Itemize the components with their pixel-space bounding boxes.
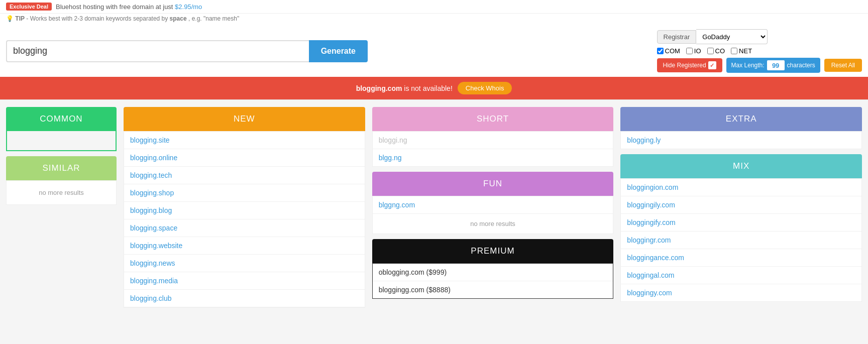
tip-example: , e.g. "name mesh" <box>188 15 239 22</box>
search-row: Generate Registrar GoDaddy Namecheap Nam… <box>0 25 868 77</box>
top-bar: Exclusive Deal Bluehost hosting with fre… <box>0 0 868 14</box>
similar-section: SIMILAR no more results <box>6 156 117 205</box>
list-item[interactable]: blogging.site <box>124 132 365 149</box>
main-content: COMMON SIMILAR no more results NEW blogg… <box>0 100 868 315</box>
list-item[interactable]: blogging.website <box>124 237 365 255</box>
new-list: blogging.site blogging.online blogging.t… <box>124 131 365 308</box>
list-item[interactable]: blogging.space <box>124 219 365 237</box>
list-item[interactable]: blogging.news <box>124 255 365 272</box>
mix-header: MIX <box>620 154 862 178</box>
unavailable-message: is not available! <box>404 84 453 92</box>
fun-no-results: no more results <box>373 214 613 234</box>
registrar-label: Registrar <box>657 30 697 44</box>
unavailable-domain: blogging.com <box>356 84 402 92</box>
page-wrapper: Exclusive Deal Bluehost hosting with fre… <box>0 0 868 315</box>
search-wrapper: Generate <box>6 40 368 62</box>
generate-button[interactable]: Generate <box>309 40 368 62</box>
list-item[interactable]: blogging.club <box>124 290 365 307</box>
fun-header: FUN <box>372 172 614 196</box>
list-item[interactable]: bloggingify.com <box>621 214 861 232</box>
tip-bar: 💡 TIP - Works best with 2-3 domain keywo… <box>0 14 868 25</box>
fun-list: blggng.com no more results <box>372 196 614 234</box>
short-list: bloggi.ng blgg.ng <box>372 131 614 167</box>
max-length-area: Max Length: characters <box>726 58 820 73</box>
premium-list: oblogging.com ($999) bloggingg.com ($888… <box>372 263 614 299</box>
registrar-select[interactable]: GoDaddy Namecheap Name.com Network Solut… <box>696 29 768 44</box>
extra-header: EXTRA <box>620 107 862 131</box>
list-item[interactable]: blggng.com <box>373 196 613 214</box>
tip-text: - Works best with 2-3 domain keywords se… <box>26 15 169 22</box>
common-header: COMMON <box>6 107 117 131</box>
list-item[interactable]: bloggingy.com <box>621 284 861 301</box>
list-item[interactable]: bloggingily.com <box>621 196 861 214</box>
list-item[interactable]: blogging.tech <box>124 167 365 184</box>
tip-icon: 💡 <box>6 15 14 22</box>
new-header: NEW <box>124 107 365 131</box>
premium-header: PREMIUM <box>372 239 614 263</box>
not-available-bar: blogging.com is not available! Check Who… <box>0 77 868 99</box>
list-item[interactable]: blgg.ng <box>373 149 613 166</box>
tip-space: space <box>170 15 187 22</box>
checkmark-icon: ✓ <box>708 61 716 69</box>
list-item[interactable]: bloggingr.com <box>621 232 861 249</box>
tip-label: TIP <box>15 15 25 22</box>
mix-list: bloggingion.com bloggingily.com blogging… <box>620 178 862 302</box>
similar-no-results: no more results <box>6 180 117 205</box>
tld-com-checkbox[interactable]: COM <box>657 47 680 55</box>
short-fun-column: SHORT bloggi.ng blgg.ng FUN blggng.com n… <box>372 107 614 299</box>
extra-section: EXTRA blogging.ly <box>620 107 862 149</box>
premium-section: PREMIUM oblogging.com ($999) bloggingg.c… <box>372 239 614 299</box>
short-section: SHORT bloggi.ng blgg.ng <box>372 107 614 167</box>
new-column: NEW blogging.site blogging.online bloggi… <box>124 107 365 308</box>
fun-section: FUN blggng.com no more results <box>372 172 614 234</box>
common-section: COMMON <box>6 107 117 151</box>
list-item[interactable]: blogging.online <box>124 149 365 167</box>
tld-row: COM IO CO NET <box>657 47 862 55</box>
common-list <box>6 131 117 151</box>
tld-co-checkbox[interactable]: CO <box>707 47 725 55</box>
extra-list: blogging.ly <box>620 131 862 149</box>
short-header: SHORT <box>372 107 614 131</box>
tld-io-checkbox[interactable]: IO <box>686 47 701 55</box>
tld-net-checkbox[interactable]: NET <box>731 47 752 55</box>
list-item[interactable]: bloggi.ng <box>373 132 613 149</box>
registrar-row: Registrar GoDaddy Namecheap Name.com Net… <box>657 29 862 44</box>
options-row: Hide Registered ✓ Max Length: characters… <box>657 58 862 73</box>
bluehost-promo-text: Bluehost hosting with free domain at jus… <box>56 3 202 11</box>
list-item[interactable]: blogging.ly <box>621 132 861 149</box>
reset-all-button[interactable]: Reset All <box>824 59 862 72</box>
list-item[interactable]: blogging.media <box>124 272 365 290</box>
max-length-input[interactable] <box>767 60 785 70</box>
mix-section: MIX bloggingion.com bloggingily.com blog… <box>620 154 862 302</box>
exclusive-deal-badge[interactable]: Exclusive Deal <box>6 3 52 11</box>
registrar-panel: Registrar GoDaddy Namecheap Name.com Net… <box>657 29 862 73</box>
list-item[interactable]: bloggingg.com ($8888) <box>373 281 613 298</box>
page-header: Exclusive Deal Bluehost hosting with fre… <box>0 0 868 100</box>
list-item[interactable]: bloggingance.com <box>621 249 861 267</box>
extra-mix-column: EXTRA blogging.ly MIX bloggingion.com bl… <box>620 107 862 302</box>
list-item[interactable]: blogging.blog <box>124 202 365 219</box>
list-item[interactable]: bloggingion.com <box>621 179 861 196</box>
search-input[interactable] <box>6 40 309 62</box>
hide-registered-button[interactable]: Hide Registered ✓ <box>657 58 722 72</box>
similar-header: SIMILAR <box>6 156 117 180</box>
list-item[interactable]: bloggingal.com <box>621 267 861 284</box>
list-item[interactable]: blogging.shop <box>124 184 365 202</box>
list-item[interactable]: oblogging.com ($999) <box>373 264 613 281</box>
bluehost-price-link[interactable]: $2.95/mo <box>175 3 202 11</box>
check-whois-button[interactable]: Check Whois <box>458 82 512 94</box>
common-similar-column: COMMON SIMILAR no more results <box>6 107 117 205</box>
